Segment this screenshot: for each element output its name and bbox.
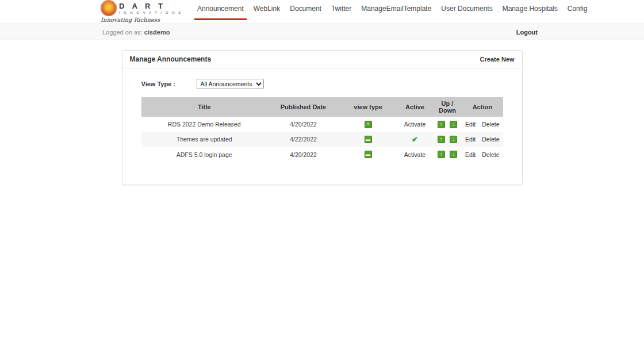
delete-link[interactable]: Delete bbox=[482, 136, 499, 143]
announcement-title: ADFS 5.0 login page bbox=[141, 147, 267, 162]
session-bar: Logged on as: cisdemo Logout bbox=[0, 24, 644, 40]
table-header-row: Title Published Date view type Active Up… bbox=[141, 97, 503, 117]
published-date: 4/20/2022 bbox=[267, 147, 339, 162]
logged-on-text: Logged on as: cisdemo bbox=[102, 29, 170, 36]
table-row: Themes are updated 4/22/2022 ▬ ✔ ↑ ↓ Edi… bbox=[141, 132, 503, 147]
published-date: 4/22/2022 bbox=[267, 132, 339, 147]
activate-link[interactable]: Activate bbox=[404, 121, 425, 128]
top-header: D A R T I N N O V A T I O N S Innovating… bbox=[0, 0, 644, 24]
brand-logo-icon bbox=[101, 0, 117, 16]
nav-item-user-documents[interactable]: User Documents bbox=[441, 0, 492, 18]
table-row: RDS 2022 Demo Released 4/20/2022 + Activ… bbox=[141, 117, 503, 132]
move-up-icon[interactable]: ↑ bbox=[438, 121, 445, 128]
view-type-icon: ▬ bbox=[365, 136, 372, 143]
move-down-icon[interactable]: ↓ bbox=[450, 136, 457, 143]
edit-link[interactable]: Edit bbox=[465, 136, 476, 143]
nav-item-document[interactable]: Document bbox=[290, 0, 321, 18]
nav-item-announcement[interactable]: Announcement bbox=[197, 0, 244, 18]
nav-item-weblink[interactable]: WebLink bbox=[254, 0, 280, 18]
view-type-icon: ▬ bbox=[365, 151, 372, 158]
move-down-icon[interactable]: ↓ bbox=[450, 151, 457, 158]
column-header-view-type: view type bbox=[339, 97, 397, 117]
active-check-icon: ✔ bbox=[412, 135, 418, 144]
column-header-up-down: Up / Down bbox=[433, 97, 462, 117]
column-header-published-date: Published Date bbox=[267, 97, 339, 117]
move-up-icon[interactable]: ↑ bbox=[438, 136, 445, 143]
nav-item-manage-email-template[interactable]: ManageEmailTemplate bbox=[361, 0, 431, 18]
logout-button[interactable]: Logout bbox=[516, 29, 538, 36]
nav-item-manage-hospitals[interactable]: Manage Hospitals bbox=[503, 0, 558, 18]
announcements-table: Title Published Date view type Active Up… bbox=[141, 97, 503, 162]
column-header-action: Action bbox=[462, 97, 503, 117]
edit-link[interactable]: Edit bbox=[465, 121, 476, 128]
published-date: 4/20/2022 bbox=[267, 117, 339, 132]
main-nav: Announcement WebLink Document Twitter Ma… bbox=[197, 0, 587, 17]
move-down-icon[interactable]: ↓ bbox=[450, 121, 457, 128]
column-header-active: Active bbox=[397, 97, 433, 117]
nav-item-twitter[interactable]: Twitter bbox=[331, 0, 351, 18]
activate-link[interactable]: Activate bbox=[404, 151, 425, 158]
move-up-icon[interactable]: ↑ bbox=[438, 151, 445, 158]
nav-item-config[interactable]: Config bbox=[568, 0, 588, 18]
delete-link[interactable]: Delete bbox=[482, 151, 499, 158]
edit-link[interactable]: Edit bbox=[465, 151, 476, 158]
brand-subtitle: I N N O V A T I O N S bbox=[119, 11, 182, 14]
view-type-label: View Type : bbox=[141, 80, 197, 87]
view-type-icon: + bbox=[365, 121, 372, 128]
username: cisdemo bbox=[144, 29, 170, 36]
manage-announcements-panel: Manage Announcements Create New View Typ… bbox=[122, 50, 523, 185]
panel-title: Manage Announcements bbox=[130, 55, 212, 63]
create-new-button[interactable]: Create New bbox=[480, 56, 515, 63]
brand-tagline: Innovating Richness bbox=[101, 17, 182, 23]
active-tab-underline bbox=[194, 18, 247, 20]
table-row: ADFS 5.0 login page 4/20/2022 ▬ Activate… bbox=[141, 147, 503, 162]
announcement-title: RDS 2022 Demo Released bbox=[141, 117, 267, 132]
announcement-title: Themes are updated bbox=[141, 132, 267, 147]
column-header-title: Title bbox=[141, 97, 267, 117]
view-type-select[interactable]: All Announcements bbox=[197, 79, 264, 89]
brand: D A R T I N N O V A T I O N S Innovating… bbox=[101, 0, 182, 23]
brand-name: D A R T bbox=[119, 2, 182, 10]
delete-link[interactable]: Delete bbox=[482, 121, 499, 128]
